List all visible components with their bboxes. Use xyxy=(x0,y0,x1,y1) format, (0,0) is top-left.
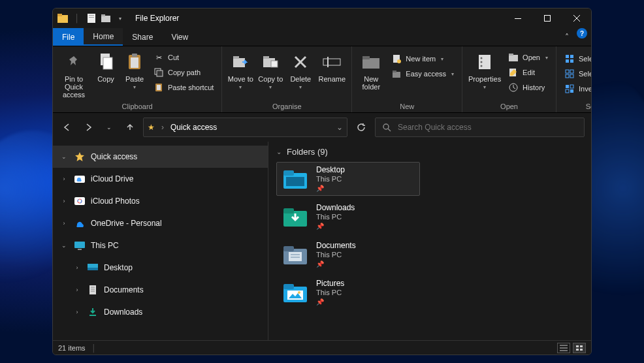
pin-to-quick-access-button[interactable]: Pin to Quick access xyxy=(57,49,91,100)
folder-documents[interactable]: DocumentsThis PC📌 xyxy=(276,238,420,272)
svg-rect-6 xyxy=(101,14,105,16)
new-item-button[interactable]: New item▾ xyxy=(387,52,458,66)
copy-to-button[interactable]: Copy to ▾ xyxy=(256,49,285,100)
expander-icon[interactable]: ⌄ xyxy=(59,242,69,249)
chevron-down-icon: ▾ xyxy=(133,84,136,90)
sidebar-item-icloud-drive[interactable]: ›iCloud Drive xyxy=(53,168,268,190)
tab-home[interactable]: Home xyxy=(84,28,123,46)
tab-file[interactable]: File xyxy=(53,28,84,46)
help-button[interactable]: ? xyxy=(577,28,587,39)
paste-button[interactable]: Paste ▾ xyxy=(121,49,148,100)
recent-locations-button[interactable]: ⌄ xyxy=(101,119,117,135)
properties-button[interactable]: Properties ▾ xyxy=(466,49,503,100)
sidebar-item-icloud-photos[interactable]: ›iCloud Photos xyxy=(53,190,268,212)
svg-rect-62 xyxy=(78,249,82,250)
copy-path-button[interactable]: Copy path xyxy=(150,65,217,80)
sidebar-item-documents[interactable]: ›Documents xyxy=(53,279,268,301)
delete-button[interactable]: Delete ▾ xyxy=(286,49,315,100)
expander-icon[interactable]: › xyxy=(72,309,82,315)
svg-rect-19 xyxy=(157,85,161,90)
breadcrumb[interactable]: Quick access xyxy=(170,123,217,132)
sidebar-item-quick-access[interactable]: ⌄Quick access xyxy=(53,146,268,168)
expander-icon[interactable]: ⌄ xyxy=(59,153,69,160)
group-select: Select all Select none Invert selection … xyxy=(556,46,592,112)
sidebar-item-this-pc[interactable]: ⌄This PC xyxy=(53,234,268,257)
qat-dropdown-icon[interactable]: ▾ xyxy=(114,12,126,24)
sidebar-item-label: Desktop xyxy=(104,263,133,272)
chevron-down-icon[interactable]: ⌄ xyxy=(336,123,343,132)
navigation-pane[interactable]: ⌄Quick access›iCloud Drive›iCloud Photos… xyxy=(53,142,268,340)
svg-rect-48 xyxy=(570,70,573,73)
svg-rect-15 xyxy=(132,54,137,57)
desktop-folder-icon xyxy=(282,167,308,191)
up-button[interactable] xyxy=(122,119,138,135)
scissors-icon: ✂ xyxy=(153,52,164,63)
expander-icon[interactable]: › xyxy=(72,287,82,293)
close-button[interactable] xyxy=(562,8,591,28)
back-button[interactable] xyxy=(59,119,75,135)
maximize-button[interactable] xyxy=(532,8,562,28)
search-box[interactable] xyxy=(375,118,585,137)
svg-rect-53 xyxy=(566,89,569,93)
chevron-down-icon: ▾ xyxy=(269,84,272,90)
svg-point-36 xyxy=(481,57,483,59)
invert-selection-button[interactable]: Invert selection xyxy=(560,82,592,96)
forward-button[interactable] xyxy=(80,119,96,135)
file-explorer-window: │ ▾ File Explorer File Home Share View ˄… xyxy=(52,8,592,355)
tab-share[interactable]: Share xyxy=(123,28,162,46)
folder-name: Pictures xyxy=(316,279,344,289)
folder-pictures[interactable]: PicturesThis PC📌 xyxy=(276,276,420,309)
svg-rect-51 xyxy=(566,85,569,88)
search-input[interactable] xyxy=(398,123,577,132)
group-label-open: Open xyxy=(462,103,556,112)
sidebar-item-downloads[interactable]: ›Downloads xyxy=(53,301,268,323)
refresh-button[interactable] xyxy=(353,118,370,137)
folder-location: This PC xyxy=(316,289,344,298)
address-bar[interactable]: ★ › Quick access ⌄ xyxy=(143,118,347,137)
new-item-icon xyxy=(391,54,402,64)
sidebar-item-desktop[interactable]: ›Desktop xyxy=(53,257,268,279)
expander-icon[interactable]: › xyxy=(72,264,82,271)
folder-location: This PC xyxy=(316,175,345,184)
easy-access-button[interactable]: Easy access▾ xyxy=(387,67,458,81)
select-all-button[interactable]: Select all xyxy=(560,52,592,66)
minimize-button[interactable] xyxy=(503,8,532,28)
qat-folder-icon[interactable] xyxy=(100,12,112,24)
content-pane[interactable]: ⌄ Folders (9) DesktopThis PC📌DownloadsTh… xyxy=(268,142,591,340)
copy-button[interactable]: Copy xyxy=(92,49,120,100)
folder-downloads[interactable]: DownloadsThis PC📌 xyxy=(276,200,420,234)
edit-button[interactable]: Edit xyxy=(504,65,552,80)
tab-view[interactable]: View xyxy=(162,28,197,46)
svg-rect-50 xyxy=(570,74,573,78)
history-button[interactable]: History xyxy=(504,80,552,95)
svg-rect-24 xyxy=(271,61,278,67)
folder-icon xyxy=(361,52,381,72)
desktop-icon xyxy=(87,262,99,274)
sidebar-item-label: Quick access xyxy=(91,152,137,161)
large-icons-view-button[interactable] xyxy=(573,343,586,353)
qat-new-doc-icon[interactable] xyxy=(86,12,97,24)
expander-icon[interactable]: › xyxy=(59,176,69,182)
details-view-button[interactable] xyxy=(557,343,570,353)
svg-rect-3 xyxy=(89,15,94,16)
svg-point-32 xyxy=(397,59,401,63)
rename-button[interactable]: Rename xyxy=(316,49,347,100)
sidebar-item-onedrive-personal[interactable]: ›OneDrive - Personal xyxy=(53,212,268,234)
expander-icon[interactable]: › xyxy=(59,220,69,227)
explorer-icon xyxy=(57,12,69,24)
select-none-button[interactable]: Select none xyxy=(560,67,592,81)
move-to-button[interactable]: Move to ▾ xyxy=(226,49,255,100)
expander-icon[interactable]: › xyxy=(59,198,69,204)
cut-button[interactable]: ✂Cut xyxy=(150,50,217,65)
star-icon xyxy=(74,151,86,163)
folders-section-header[interactable]: ⌄ Folders (9) xyxy=(276,147,583,157)
collapse-ribbon-button[interactable]: ˄ xyxy=(558,28,575,46)
new-folder-button[interactable]: New folder xyxy=(356,49,386,100)
icloud-photos-icon xyxy=(74,195,86,207)
svg-rect-49 xyxy=(566,74,569,78)
open-button[interactable]: Open▾ xyxy=(504,50,552,65)
svg-point-55 xyxy=(383,124,389,129)
paste-shortcut-button[interactable]: Paste shortcut xyxy=(150,80,217,95)
folder-desktop[interactable]: DesktopThis PC📌 xyxy=(276,162,420,196)
group-label-new: New xyxy=(352,103,462,112)
